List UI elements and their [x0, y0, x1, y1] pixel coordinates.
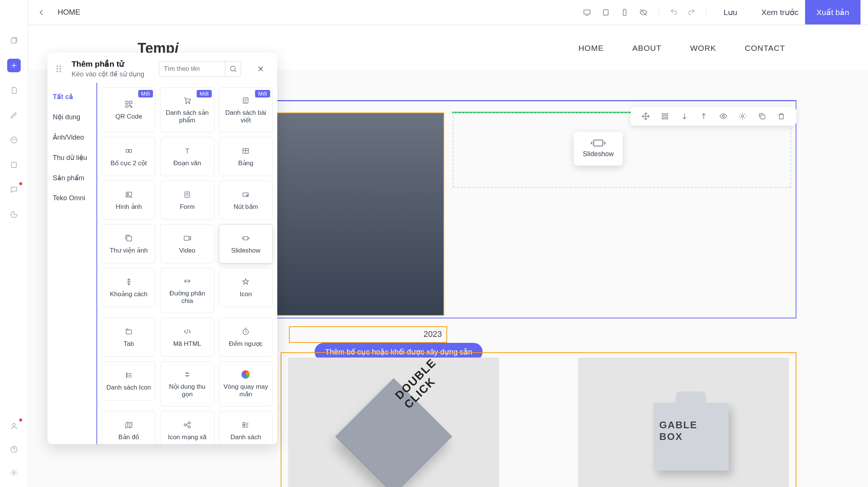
- publish-button[interactable]: Xuất bản: [805, 0, 860, 24]
- close-panel-button[interactable]: [253, 61, 268, 76]
- save-button[interactable]: Lưu: [717, 5, 744, 20]
- element-tab[interactable]: Tab: [102, 318, 156, 357]
- pen-icon[interactable]: [7, 108, 21, 122]
- file-icon[interactable]: [7, 84, 21, 97]
- svg-rect-32: [127, 236, 131, 241]
- category-data[interactable]: Thu dữ liệu: [47, 148, 96, 168]
- element-khoảng-cách[interactable]: Khoảng cách: [102, 268, 156, 307]
- panel-drag-handle[interactable]: [57, 65, 65, 72]
- svg-point-16: [742, 115, 744, 117]
- element-nội-dung-thu-gọn[interactable]: Nội dung thu gọn: [160, 361, 214, 406]
- svg-rect-30: [185, 192, 190, 197]
- move-icon[interactable]: [641, 111, 651, 121]
- preview-button[interactable]: Xem trước: [755, 5, 805, 20]
- element-bảng[interactable]: Bảng: [219, 137, 273, 176]
- element-form[interactable]: Form: [160, 181, 214, 220]
- element-label: Đoạn văn: [171, 160, 203, 167]
- palette-icon[interactable]: [7, 133, 21, 147]
- visibility-toggle-icon[interactable]: [718, 111, 728, 121]
- gear-icon[interactable]: [738, 111, 747, 121]
- tablet-icon[interactable]: [601, 8, 611, 17]
- pages-icon[interactable]: [7, 34, 21, 47]
- svg-rect-9: [603, 9, 608, 15]
- delete-icon[interactable]: [776, 111, 786, 121]
- element-mã-html[interactable]: Mã HTML: [160, 318, 214, 357]
- user-icon[interactable]: [7, 419, 21, 433]
- chart-icon[interactable]: [7, 208, 21, 221]
- element-icon[interactable]: Icon: [219, 268, 273, 307]
- element-label: Icon mạng xã: [166, 434, 209, 441]
- move-up-icon[interactable]: [699, 111, 709, 121]
- element-label: Bảng: [236, 160, 255, 167]
- back-button[interactable]: [36, 7, 47, 18]
- category-content[interactable]: Nội dung: [47, 107, 96, 127]
- svg-point-29: [127, 193, 128, 195]
- panel-subtitle: Kéo vào cột để sử dụng: [72, 70, 144, 78]
- element-đoạn-văn[interactable]: Đoạn văn: [160, 137, 214, 176]
- year-text[interactable]: 2023: [289, 326, 447, 343]
- help-icon[interactable]: [7, 443, 21, 456]
- element-danh-sách-bài-viết[interactable]: MớiDanh sách bài viết: [219, 87, 273, 132]
- slideshow-icon: [593, 140, 603, 146]
- svg-point-7: [13, 472, 15, 474]
- element-qr-code[interactable]: MớiQR Code: [102, 87, 156, 132]
- move-down-icon[interactable]: [680, 111, 689, 121]
- element-icon: [241, 327, 250, 336]
- category-teko[interactable]: Teko Omni: [47, 188, 96, 208]
- element-icon: [241, 190, 250, 199]
- device-icon[interactable]: [7, 158, 21, 172]
- duplicate-icon[interactable]: [757, 111, 767, 121]
- element-nút-bấm[interactable]: Nút bấm: [219, 181, 273, 220]
- redo-icon[interactable]: [687, 8, 695, 17]
- card-1[interactable]: DOUBLECLICK: [288, 358, 499, 487]
- card-2[interactable]: GABLEBOX: [578, 358, 789, 487]
- element-vòng-quay-may-mắn[interactable]: Vòng quay may mắn: [219, 361, 273, 406]
- category-product[interactable]: Sản phẩm: [47, 168, 96, 188]
- search-button[interactable]: [225, 61, 241, 77]
- grid-icon[interactable]: [660, 111, 670, 121]
- cards-section[interactable]: DOUBLECLICK GABLEBOX: [281, 352, 796, 487]
- element-icon-mạng-xã[interactable]: Icon mạng xã: [160, 411, 214, 444]
- visibility-icon[interactable]: [639, 8, 648, 17]
- nav-about[interactable]: ABOUT: [632, 44, 661, 53]
- category-all[interactable]: Tất cả: [47, 87, 96, 107]
- element-icon: [241, 146, 250, 156]
- mobile-icon[interactable]: [620, 8, 630, 17]
- svg-rect-0: [11, 38, 16, 43]
- element-icon: [125, 190, 133, 199]
- element-hình-ảnh[interactable]: Hình ảnh: [102, 181, 156, 220]
- element-label: Bản đồ: [116, 434, 141, 441]
- element-bản-đồ[interactable]: Bản đồ: [102, 411, 156, 444]
- settings-icon[interactable]: [7, 466, 21, 479]
- element-đếm-ngược[interactable]: Đếm ngược: [219, 318, 273, 357]
- element-danh-sách-sản-phẩm[interactable]: MớiDanh sách sản phẩm: [160, 87, 214, 132]
- element-icon: [183, 276, 191, 286]
- svg-point-18: [230, 66, 235, 71]
- element-label: Đếm ngược: [227, 340, 265, 348]
- nav-home[interactable]: HOME: [578, 44, 604, 53]
- chat-icon[interactable]: [7, 183, 21, 196]
- svg-point-42: [188, 426, 191, 428]
- element-slideshow[interactable]: Slideshow: [219, 224, 273, 263]
- element-đường-phân-chia[interactable]: Đường phân chia: [160, 268, 214, 313]
- nav-contact[interactable]: CONTACT: [745, 44, 785, 53]
- search-input[interactable]: [159, 61, 225, 77]
- element-danh-sách-icon[interactable]: Danh sách Icon: [102, 361, 156, 400]
- add-element-icon[interactable]: [7, 59, 21, 72]
- element-bố-cục-2-cột[interactable]: Bố cục 2 cột: [102, 137, 156, 176]
- new-badge: Mới: [255, 90, 270, 97]
- nav-work[interactable]: WORK: [690, 44, 716, 53]
- undo-icon[interactable]: [670, 8, 678, 17]
- svg-point-23: [189, 103, 190, 104]
- element-icon: [241, 277, 250, 287]
- svg-rect-12: [666, 114, 668, 116]
- element-video[interactable]: Video: [160, 224, 214, 263]
- element-thư-viện-ảnh[interactable]: Thư viện ảnh: [102, 224, 156, 263]
- element-danh-sách[interactable]: Danh sách: [219, 411, 273, 444]
- svg-rect-21: [125, 105, 128, 107]
- svg-point-41: [188, 422, 191, 424]
- category-media[interactable]: Ảnh/Video: [47, 127, 96, 148]
- element-icon: [183, 420, 191, 430]
- element-label: Danh sách: [228, 434, 263, 441]
- desktop-icon[interactable]: [582, 8, 592, 17]
